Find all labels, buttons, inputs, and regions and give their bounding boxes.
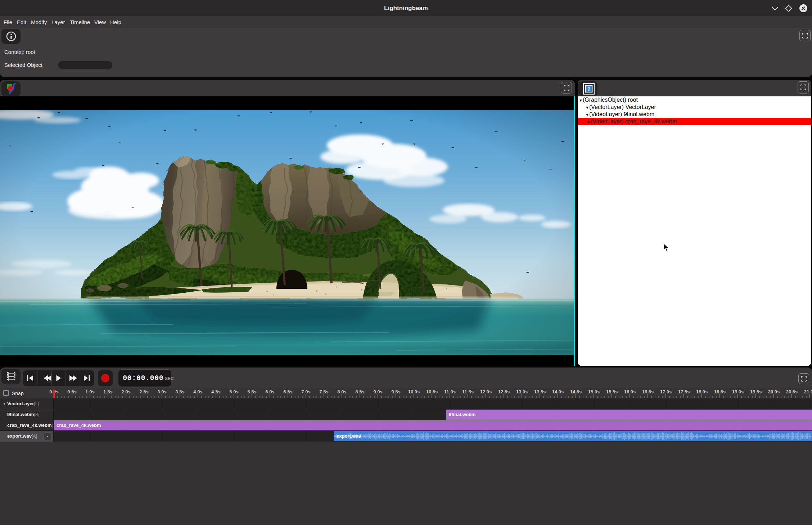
svg-text:?: ? bbox=[587, 86, 590, 92]
